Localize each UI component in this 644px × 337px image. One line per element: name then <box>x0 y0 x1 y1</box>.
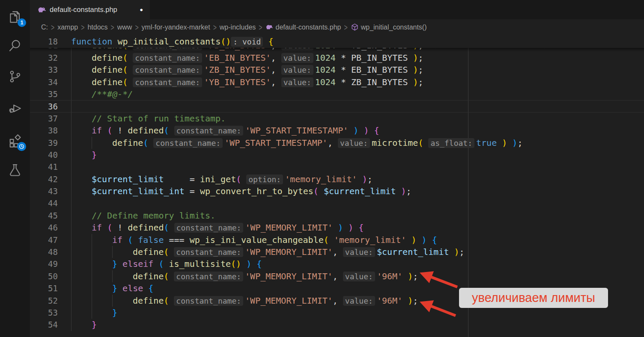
search-icon <box>8 38 22 53</box>
line-number[interactable]: 34 <box>30 76 71 88</box>
sidebar-item-testing[interactable] <box>6 161 24 178</box>
tab-bar: default-constants.php ● <box>30 0 644 19</box>
line-number[interactable]: 51 <box>30 282 71 294</box>
code-token: microtime <box>372 138 418 148</box>
code-token: ) <box>502 138 507 148</box>
sidebar-item-run-debug[interactable] <box>6 99 24 116</box>
code-line[interactable]: 31define( constant_name:'PB_IN_BYTES', v… <box>30 48 644 52</box>
breadcrumb-item[interactable]: www <box>117 24 132 31</box>
line-number[interactable]: 42 <box>30 173 71 185</box>
line-number[interactable]: 47 <box>30 234 71 246</box>
code-token: ( <box>122 65 128 75</box>
code-token: , <box>333 247 338 257</box>
code-line[interactable]: 38if ( ! defined( constant_name:'WP_STAR… <box>30 124 644 136</box>
breadcrumb-item[interactable]: yml-for-yandex-market <box>142 24 210 31</box>
indent-guide <box>71 234 72 246</box>
code-token <box>408 48 413 50</box>
code-line[interactable]: 53} <box>30 307 644 319</box>
code-token: , <box>333 296 338 306</box>
tab-default-constants[interactable]: default-constants.php ● <box>30 0 150 19</box>
sticky-line-number: 18 <box>30 35 71 48</box>
sidebar-item-search[interactable] <box>6 37 24 54</box>
line-number[interactable]: 38 <box>30 124 71 136</box>
line-number[interactable]: 44 <box>30 197 71 209</box>
code-line[interactable]: 40} <box>30 149 644 161</box>
code-token <box>128 65 133 75</box>
code-line[interactable]: 48define( constant_name:'WP_MEMORY_LIMIT… <box>30 246 644 258</box>
code-line[interactable]: 41 <box>30 161 644 173</box>
sidebar-item-explorer[interactable]: 1 <box>6 8 24 25</box>
breadcrumb-item[interactable]: htdocs <box>87 24 107 31</box>
code-token <box>153 259 158 269</box>
code-line[interactable]: 44 <box>30 197 644 209</box>
code-token <box>319 186 324 196</box>
code-token: ( <box>107 125 112 136</box>
line-number[interactable]: 35 <box>30 88 71 100</box>
code-line[interactable]: 36 <box>30 100 644 112</box>
code-line[interactable]: 50define( constant_name:'WP_MEMORY_LIMIT… <box>30 270 644 282</box>
breadcrumb-item[interactable]: xampp <box>57 24 78 31</box>
code-line[interactable]: 45// Define memory limits. <box>30 210 644 222</box>
line-number[interactable]: 50 <box>30 270 71 282</box>
symbol-function-icon <box>351 23 359 31</box>
sidebar-item-extensions[interactable] <box>6 132 24 149</box>
code-token <box>406 235 411 245</box>
code-line[interactable]: 49} elseif ( is_multisite() ) { <box>30 258 644 270</box>
code-token: defined <box>128 125 164 136</box>
line-number[interactable]: 32 <box>30 52 71 64</box>
code-token <box>164 259 169 269</box>
line-number[interactable]: 33 <box>30 64 71 76</box>
code-line[interactable]: 33define( constant_name:'ZB_IN_BYTES', v… <box>30 64 644 76</box>
code-line[interactable]: 37// Start of run timestamp. <box>30 112 644 124</box>
modified-dot-icon[interactable]: ● <box>140 6 143 13</box>
code-line[interactable]: 54} <box>30 319 644 331</box>
code-token <box>117 283 122 293</box>
line-number[interactable]: 45 <box>30 210 71 222</box>
line-number[interactable]: 41 <box>30 161 71 173</box>
code-line[interactable]: 32define( constant_name:'EB_IN_BYTES', v… <box>30 52 644 64</box>
code-token: , <box>271 48 276 50</box>
code-token <box>427 235 432 245</box>
code-token: ) <box>413 77 418 87</box>
php-elephant-icon <box>37 5 46 15</box>
line-number[interactable]: 54 <box>30 319 71 331</box>
line-number[interactable]: 52 <box>30 295 71 307</box>
sidebar-item-source-control[interactable] <box>6 68 24 85</box>
breadcrumb-item-file[interactable]: default-constants.php <box>265 23 341 31</box>
code-token: wp_is_ini_value_changeable <box>190 235 324 245</box>
line-number[interactable]: 36 <box>30 101 71 112</box>
code-token: ( <box>143 138 148 148</box>
code-line[interactable]: 42$current_limit = ini_get( option:'memo… <box>30 173 644 185</box>
code-line[interactable]: 34define( constant_name:'YB_IN_BYTES', v… <box>30 76 644 88</box>
breadcrumb-item-symbol[interactable]: wp_initial_constants() <box>351 23 427 31</box>
code-line[interactable]: 39define( constant_name:'WP_START_TIMEST… <box>30 137 644 149</box>
line-number[interactable]: 31 <box>30 48 71 52</box>
line-number[interactable]: 48 <box>30 246 71 258</box>
code-token: ( <box>122 77 128 87</box>
breadcrumb-item[interactable]: wp-includes <box>220 24 256 31</box>
line-number[interactable]: 53 <box>30 307 71 319</box>
code-line[interactable]: 35/**#@-*/ <box>30 88 644 100</box>
code-line[interactable]: 47if ( false === wp_is_ini_value_changea… <box>30 234 644 246</box>
code-token <box>338 247 343 257</box>
code-token: ) <box>512 138 517 148</box>
code-token <box>333 222 338 233</box>
line-number[interactable]: 37 <box>30 112 71 124</box>
inlay-hint: value: <box>338 138 370 148</box>
sticky-scroll-line[interactable]: 18 function wp_initial_constants(): void… <box>30 35 644 48</box>
code-token: ( <box>164 296 169 306</box>
indent-guide <box>112 270 113 282</box>
line-number[interactable]: 46 <box>30 222 71 234</box>
breadcrumb-item[interactable]: C: <box>41 24 48 31</box>
line-number[interactable]: 43 <box>30 185 71 197</box>
code-token: 'YB_IN_BYTES' <box>204 77 271 87</box>
code-token <box>276 48 281 50</box>
code-line[interactable]: 46if ( ! defined( constant_name:'WP_MEMO… <box>30 222 644 234</box>
code-token: ; <box>413 296 418 306</box>
line-number[interactable]: 39 <box>30 137 71 149</box>
line-number[interactable]: 40 <box>30 149 71 161</box>
line-number[interactable]: 49 <box>30 258 71 270</box>
indent-guide <box>71 210 72 222</box>
indent-guide <box>112 246 113 258</box>
code-line[interactable]: 43$current_limit_int = wp_convert_hr_to_… <box>30 185 644 197</box>
